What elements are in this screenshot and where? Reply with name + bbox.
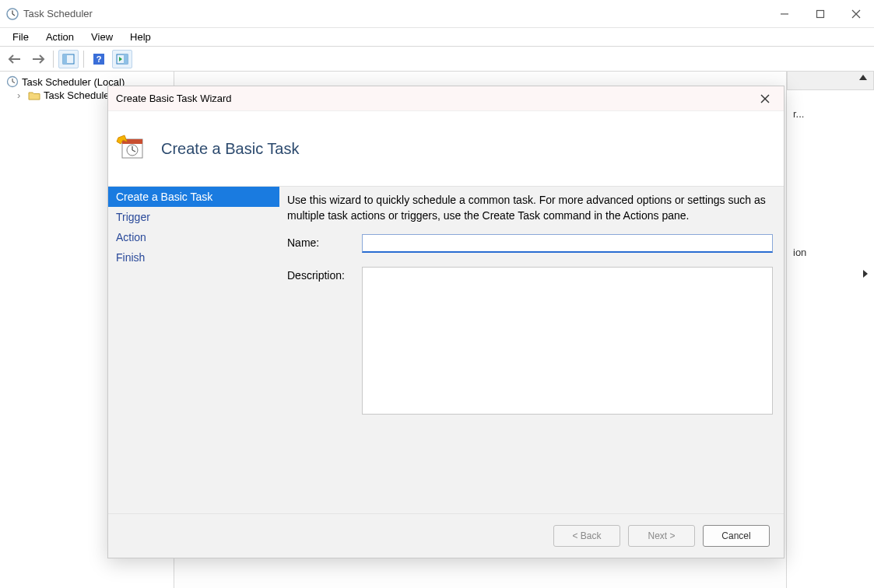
svg-marker-13: [119, 57, 122, 61]
step-action[interactable]: Action: [108, 227, 279, 247]
toggle-actions-button[interactable]: [112, 50, 132, 68]
step-trigger[interactable]: Trigger: [108, 207, 279, 227]
svg-rect-8: [63, 54, 67, 64]
menu-view[interactable]: View: [83, 30, 121, 44]
description-label: Description:: [287, 267, 349, 415]
menu-action[interactable]: Action: [38, 30, 82, 44]
wizard-footer: < Back Next > Cancel: [108, 514, 784, 558]
wizard-title: Create Basic Task Wizard: [116, 93, 232, 104]
menu-file[interactable]: File: [5, 30, 37, 44]
wizard-header: Create a Basic Task: [108, 111, 784, 186]
minimize-button[interactable]: [767, 0, 802, 28]
create-basic-task-wizard: Create Basic Task Wizard Create a Basic …: [107, 86, 784, 558]
toolbar: ?: [0, 47, 874, 72]
app-title: Task Scheduler: [23, 8, 93, 19]
wizard-steps: Create a Basic Task Trigger Action Finis…: [108, 187, 279, 513]
close-button[interactable]: [838, 0, 874, 28]
app-titlebar: Task Scheduler: [0, 0, 874, 28]
actions-item-expand[interactable]: [793, 263, 868, 285]
task-name-input[interactable]: [362, 234, 773, 253]
maximize-button[interactable]: [802, 0, 838, 28]
actions-item[interactable]: ion: [793, 241, 868, 263]
wizard-close-button[interactable]: [754, 89, 776, 108]
step-create-basic-task[interactable]: Create a Basic Task: [108, 187, 279, 207]
svg-text:?: ?: [97, 54, 102, 64]
nav-back-button[interactable]: [5, 50, 25, 68]
chevron-right-icon: ›: [17, 89, 25, 101]
wizard-content: Use this wizard to quickly schedule a co…: [279, 187, 784, 513]
wizard-icon: [116, 135, 147, 163]
menu-bar: File Action View Help: [0, 28, 874, 47]
wizard-titlebar[interactable]: Create Basic Task Wizard: [108, 86, 784, 111]
toggle-tree-button[interactable]: [58, 50, 79, 68]
app-icon: [6, 8, 19, 20]
scroll-up-icon[interactable]: [859, 75, 867, 80]
actions-pane: r... ion: [787, 72, 874, 588]
folder-icon: [28, 90, 40, 101]
toolbar-separator: [53, 51, 54, 68]
task-description-input[interactable]: [362, 267, 773, 415]
actions-pane-header: [787, 72, 874, 90]
nav-forward-button[interactable]: [28, 50, 48, 68]
window-controls: [767, 0, 874, 28]
help-button[interactable]: ?: [89, 50, 109, 68]
cancel-button[interactable]: Cancel: [703, 525, 770, 547]
wizard-body: Create a Basic Task Trigger Action Finis…: [108, 186, 784, 514]
back-button[interactable]: < Back: [553, 525, 620, 547]
clock-icon: [6, 75, 19, 88]
toolbar-separator: [83, 51, 84, 68]
svg-rect-12: [124, 54, 128, 64]
chevron-right-icon: [863, 270, 868, 278]
actions-item[interactable]: r...: [793, 103, 868, 124]
next-button[interactable]: Next >: [628, 525, 695, 547]
svg-rect-4: [817, 10, 824, 17]
wizard-intro-text: Use this wizard to quickly schedule a co…: [287, 193, 773, 223]
name-label: Name:: [287, 234, 349, 253]
step-finish[interactable]: Finish: [108, 247, 279, 268]
menu-help[interactable]: Help: [122, 30, 159, 44]
wizard-heading: Create a Basic Task: [161, 140, 300, 158]
